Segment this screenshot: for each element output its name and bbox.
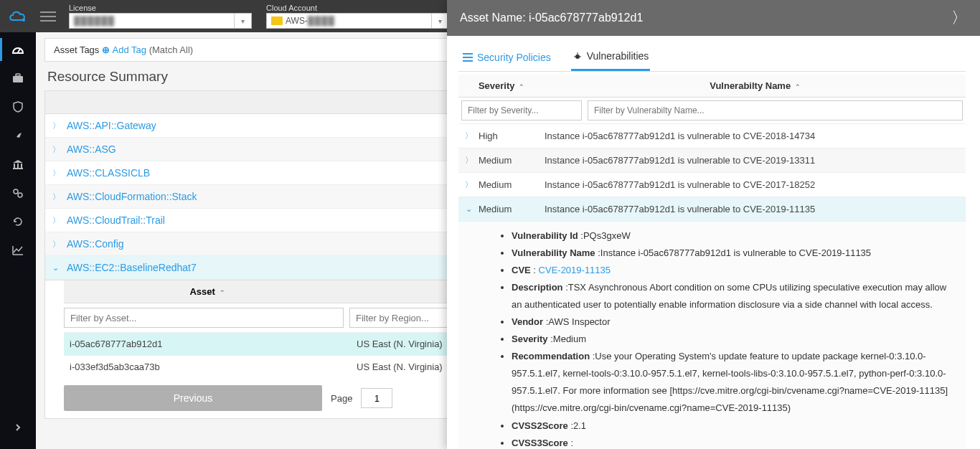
detail-severity-label: Severity bbox=[512, 334, 548, 344]
vulnerability-table: Severity ⌃ Vulnerabilty Name ⌃ 〉 High In… bbox=[458, 75, 966, 449]
nav-institution-icon[interactable] bbox=[0, 150, 36, 179]
chevron-right-icon[interactable]: 〉 bbox=[52, 120, 67, 131]
vuln-severity: High bbox=[479, 131, 545, 141]
nav-dashboard-icon[interactable] bbox=[0, 35, 36, 64]
svg-rect-12 bbox=[463, 57, 473, 58]
resource-type-link[interactable]: AWS::EC2::BaselineRedhat7 bbox=[67, 262, 197, 273]
vuln-filter-row bbox=[458, 98, 966, 124]
cloud-account-prefix: AWS- bbox=[286, 16, 308, 26]
chevron-right-icon[interactable]: 〉 bbox=[458, 179, 479, 190]
license-label: License bbox=[69, 4, 252, 12]
chevron-down-icon: ▾ bbox=[234, 14, 251, 28]
vuln-severity: Medium bbox=[479, 155, 545, 166]
detail-cve-label: CVE bbox=[512, 265, 531, 275]
sidebar bbox=[0, 32, 36, 449]
nav-briefcase-icon[interactable] bbox=[0, 64, 36, 93]
nav-shield-icon[interactable] bbox=[0, 93, 36, 121]
resource-type-link[interactable]: AWS::CLASSICLB bbox=[67, 167, 150, 179]
svg-point-14 bbox=[575, 55, 580, 59]
nav-pin-icon[interactable] bbox=[0, 121, 36, 150]
svg-rect-7 bbox=[21, 164, 22, 168]
detail-cvss3-label: CVSS3Score bbox=[512, 438, 568, 448]
vuln-row-expanded[interactable]: ⌄ Medium Instance i-05ac678777ab912d1 is… bbox=[458, 197, 966, 222]
app-logo bbox=[0, 9, 36, 24]
asset-region: US East (N. Virginia) bbox=[351, 339, 451, 349]
chevron-right-icon[interactable]: 〉 bbox=[52, 239, 67, 250]
detail-cve-link[interactable]: CVE-2019-11135 bbox=[539, 265, 611, 275]
resource-type-link[interactable]: AWS::CloudFormation::Stack bbox=[67, 191, 197, 202]
col-severity[interactable]: Severity ⌃ bbox=[458, 75, 545, 97]
plus-circle-icon[interactable]: ⊕ bbox=[102, 44, 113, 55]
detail-vendor: :AWS Inspector bbox=[546, 316, 611, 327]
col-asset[interactable]: Asset ⌃ bbox=[64, 280, 351, 303]
vuln-header: Severity ⌃ Vulnerabilty Name ⌃ bbox=[458, 75, 966, 98]
tab-security-policies[interactable]: Security Policies bbox=[461, 46, 552, 71]
chevron-right-icon[interactable]: 〉 bbox=[52, 144, 67, 155]
detail-vuln-name: :Instance i-05ac678777ab912d1 is vulnera… bbox=[598, 247, 871, 258]
svg-rect-4 bbox=[16, 74, 20, 76]
detail-cvss3: : bbox=[570, 438, 573, 448]
chevron-right-icon[interactable]: 〉 bbox=[458, 155, 479, 166]
match-all-label: (Match All) bbox=[149, 44, 193, 55]
page-label: Page bbox=[331, 393, 352, 404]
svg-rect-6 bbox=[17, 164, 19, 168]
detail-vuln-id: :PQs3gxeW bbox=[580, 230, 630, 241]
vuln-name: Instance i-05ac678777ab912d1 is vulnerab… bbox=[545, 131, 963, 141]
vuln-row[interactable]: 〉 Medium Instance i-05ac678777ab912d1 is… bbox=[458, 173, 966, 197]
previous-button[interactable]: Previous bbox=[64, 385, 322, 411]
chevron-down-icon[interactable]: ⌄ bbox=[52, 263, 67, 273]
nav-history-icon[interactable] bbox=[0, 207, 36, 236]
detail-cvss2: :2.1 bbox=[570, 420, 586, 431]
svg-point-10 bbox=[18, 193, 22, 197]
resource-type-link[interactable]: AWS::CloudTrail::Trail bbox=[67, 214, 165, 226]
sort-icon: ⌃ bbox=[220, 289, 225, 296]
detail-severity: :Medium bbox=[550, 334, 586, 344]
svg-point-0 bbox=[22, 19, 25, 22]
vuln-name: Instance i-05ac678777ab912d1 is vulnerab… bbox=[545, 155, 963, 166]
cloud-account-combo[interactable]: AWS- ████ ▾ bbox=[266, 13, 449, 29]
cloud-account-filter: Cloud Account AWS- ████ ▾ bbox=[266, 4, 449, 29]
asset-id: i-05ac678777ab912d1 bbox=[64, 339, 351, 349]
svg-point-9 bbox=[14, 189, 18, 194]
chevron-right-icon[interactable]: 〉 bbox=[458, 131, 479, 141]
col-vuln-name[interactable]: Vulnerabilty Name ⌃ bbox=[545, 75, 966, 97]
page-input[interactable] bbox=[361, 388, 392, 408]
detail-desc-label: Description bbox=[512, 282, 563, 293]
resource-type-link[interactable]: AWS::API::Gateway bbox=[67, 120, 156, 131]
close-chevron-icon[interactable]: 〉 bbox=[951, 7, 967, 29]
vuln-row[interactable]: 〉 Medium Instance i-05ac678777ab912d1 is… bbox=[458, 148, 966, 173]
vuln-detail: Vulnerability Id :PQs3gxeW Vulnerability… bbox=[458, 222, 966, 449]
filter-severity-input[interactable] bbox=[461, 100, 582, 120]
filter-vuln-name-input[interactable] bbox=[588, 100, 963, 120]
asset-region: US East (N. Virginia) bbox=[351, 361, 451, 372]
detail-vendor-label: Vendor bbox=[512, 316, 543, 327]
panel-title: Asset Name: i-05ac678777ab912d1 bbox=[460, 11, 643, 24]
chevron-right-icon[interactable]: 〉 bbox=[52, 215, 67, 226]
filter-asset-input[interactable] bbox=[64, 308, 344, 328]
vuln-severity: Medium bbox=[479, 204, 545, 214]
panel-header: Asset Name: i-05ac678777ab912d1 〉 bbox=[447, 0, 980, 36]
nav-chart-icon[interactable] bbox=[0, 236, 36, 265]
sort-icon: ⌃ bbox=[519, 83, 524, 90]
tab-vulnerabilities[interactable]: Vulnerabilities bbox=[571, 46, 651, 71]
license-combo[interactable]: ██████ ▾ bbox=[69, 13, 252, 29]
menu-toggle-icon[interactable] bbox=[40, 9, 56, 24]
detail-recommendation-label: Recommendation bbox=[512, 351, 590, 361]
asset-tags-label: Asset Tags bbox=[54, 44, 99, 55]
sidebar-expand-icon[interactable] bbox=[0, 413, 36, 442]
resource-type-link[interactable]: AWS::ASG bbox=[67, 143, 116, 155]
svg-rect-5 bbox=[14, 164, 15, 168]
chevron-down-icon[interactable]: ⌄ bbox=[458, 204, 479, 214]
chevron-right-icon[interactable]: 〉 bbox=[52, 192, 67, 202]
chevron-right-icon[interactable]: 〉 bbox=[52, 168, 67, 179]
svg-rect-3 bbox=[13, 76, 23, 82]
svg-rect-13 bbox=[463, 60, 473, 62]
resource-type-link[interactable]: AWS::Config bbox=[67, 238, 124, 250]
detail-cvss2-label: CVSS2Score bbox=[512, 420, 568, 431]
svg-rect-1 bbox=[271, 16, 283, 25]
add-tag-link[interactable]: Add Tag bbox=[113, 44, 146, 55]
license-filter: License ██████ ▾ bbox=[69, 4, 252, 29]
nav-gears-icon[interactable] bbox=[0, 179, 36, 207]
vuln-row[interactable]: 〉 High Instance i-05ac678777ab912d1 is v… bbox=[458, 124, 966, 148]
bug-icon bbox=[573, 51, 583, 61]
